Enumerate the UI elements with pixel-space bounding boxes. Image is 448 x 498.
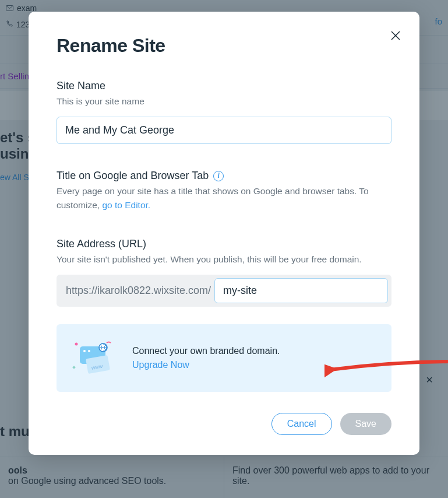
close-icon: [390, 30, 401, 41]
cancel-button[interactable]: Cancel: [271, 413, 332, 435]
svg-point-5: [88, 350, 90, 352]
rename-site-modal: Rename Site Site Name This is your site …: [29, 12, 419, 455]
info-icon[interactable]: i: [213, 171, 224, 181]
site-name-label: Site Name: [57, 80, 391, 92]
svg-point-1: [75, 343, 78, 346]
url-prefix: https://ikarolk0822.wixsite.com/: [60, 285, 211, 297]
promo-text: Connect your own branded domain.: [132, 344, 280, 358]
site-name-input[interactable]: [57, 117, 391, 144]
title-tab-field: Title on Google and Browser Tab i Every …: [57, 170, 391, 212]
site-url-input[interactable]: [214, 278, 388, 303]
site-url-desc: Your site isn't published yet. When you …: [57, 252, 391, 266]
go-to-editor-link[interactable]: go to Editor.: [102, 200, 150, 210]
svg-point-4: [83, 350, 86, 352]
upgrade-now-link[interactable]: Upgrade Now: [132, 360, 189, 370]
site-name-field: Site Name This is your site name: [57, 80, 391, 144]
close-button[interactable]: [389, 29, 402, 42]
modal-title: Rename Site: [57, 35, 391, 57]
site-url-label: Site Address (URL): [57, 238, 391, 250]
save-button[interactable]: Save: [340, 413, 391, 435]
site-url-field: Site Address (URL) Your site isn't publi…: [57, 238, 391, 307]
site-name-desc: This is your site name: [57, 94, 391, 108]
upgrade-promo: www Connect your own branded domain. Upg…: [57, 324, 391, 392]
domain-illustration: www: [72, 341, 117, 376]
title-tab-label: Title on Google and Browser Tab: [57, 170, 209, 182]
svg-rect-2: [72, 366, 76, 369]
